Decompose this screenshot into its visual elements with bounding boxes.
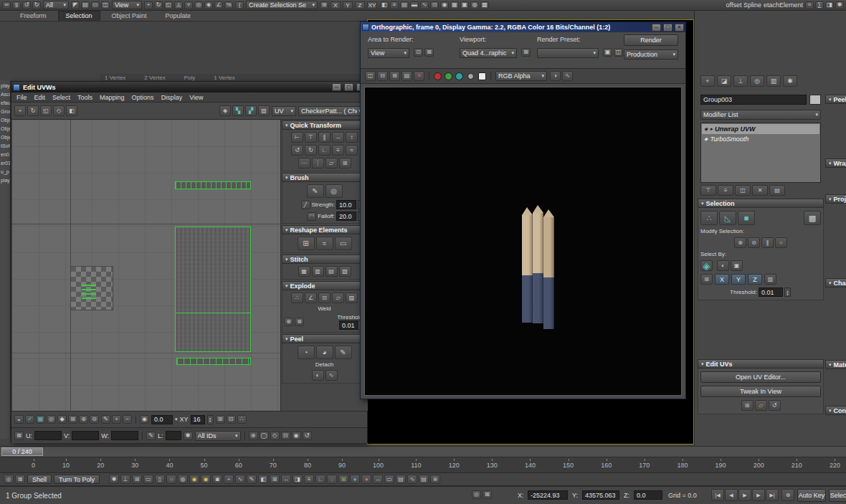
minimize-button[interactable]: ─ bbox=[652, 24, 661, 32]
scene-explorer-item[interactable]: Obje bbox=[0, 125, 10, 133]
add-icon[interactable]: + bbox=[112, 415, 121, 424]
rfw-titlebar[interactable]: Orthographic, frame 0, Display Gamma: 2.… bbox=[361, 22, 685, 32]
absolute-mode-icon[interactable]: ◉ bbox=[140, 415, 149, 424]
swatch-icon[interactable]: ▣ bbox=[603, 48, 612, 57]
pelt-map-icon[interactable]: ◐ bbox=[312, 370, 324, 381]
motion-mixer-icon[interactable]: ≋ bbox=[430, 475, 440, 484]
scene-explorer-item[interactable]: play bbox=[0, 176, 10, 185]
material-id-icon[interactable]: ▥ bbox=[764, 274, 776, 285]
light-icon[interactable]: ◉ bbox=[189, 475, 199, 484]
distribute-horizontal-icon[interactable]: ⋯ bbox=[298, 158, 310, 168]
turn-to-poly-button[interactable]: Turn To Poly bbox=[54, 475, 100, 484]
alpha-channel-button[interactable] bbox=[478, 72, 486, 80]
straighten-icon[interactable]: ≡ bbox=[332, 145, 344, 156]
measure-icon[interactable]: ↔ bbox=[373, 475, 383, 484]
group-uv-icon[interactable]: ⊞ bbox=[339, 158, 351, 168]
uv-island-small[interactable] bbox=[82, 283, 96, 299]
stitch-source-icon[interactable]: ▧ bbox=[339, 266, 351, 277]
uv-transform-icon[interactable]: ⊞ bbox=[741, 400, 754, 411]
menu-item[interactable]: View bbox=[189, 94, 203, 101]
rendered-frame-window-icon[interactable]: ▣ bbox=[460, 1, 469, 9]
red-channel-button[interactable] bbox=[434, 72, 442, 80]
relax-tool-icon[interactable]: ≈ bbox=[346, 145, 358, 156]
tab-selection[interactable]: Selection bbox=[58, 11, 100, 21]
play-icon[interactable]: ▶ bbox=[738, 489, 751, 501]
spinner[interactable]: ▴▾ bbox=[784, 287, 791, 297]
spinner[interactable]: ▴▾ bbox=[207, 415, 214, 424]
selection-filter-dropdown[interactable]: All ▾ bbox=[43, 1, 69, 9]
modify-icon[interactable]: ◪ bbox=[717, 75, 731, 87]
named-sets-icon[interactable]: ⊞ bbox=[320, 1, 328, 9]
rollout-channel-clipped[interactable]: ▾Chan bbox=[825, 278, 846, 287]
tab-populate[interactable]: Populate bbox=[158, 11, 199, 21]
pin-stack-icon[interactable]: ⊤ bbox=[700, 185, 716, 196]
falloff-space-icon[interactable]: ◆ bbox=[57, 415, 67, 424]
macro-icon[interactable]: ∑ bbox=[815, 1, 824, 9]
material-editor-icon[interactable]: ◉ bbox=[440, 1, 449, 9]
zoom-region-icon[interactable]: ⊡ bbox=[281, 432, 290, 440]
helper-icon[interactable]: + bbox=[224, 475, 234, 484]
layer-manager-icon[interactable]: ▤ bbox=[400, 1, 409, 9]
rotate-ccw-icon[interactable]: ↺ bbox=[291, 145, 303, 156]
scene-explorer-item[interactable]: Asce bbox=[0, 90, 10, 99]
render-preset-dropdown[interactable]: ▾ bbox=[537, 48, 599, 58]
edit-seams-icon[interactable]: ✎ bbox=[335, 346, 352, 359]
ring-selection-icon[interactable]: ∥ bbox=[761, 237, 774, 248]
maximize-button[interactable]: ▢ bbox=[344, 83, 353, 91]
uv-island-strip-bottom[interactable] bbox=[176, 358, 251, 365]
snap-vertex-icon[interactable]: ∴ bbox=[237, 415, 247, 424]
utilities-icon[interactable]: ✱ bbox=[783, 75, 797, 87]
selection-set-button[interactable]: Selec bbox=[829, 489, 846, 502]
menu-item[interactable]: Options bbox=[132, 94, 154, 101]
spacing-icon[interactable]: ↔ bbox=[281, 475, 291, 484]
loop-selection-icon[interactable]: ○ bbox=[775, 237, 787, 248]
snap-grid-icon[interactable]: ⊞ bbox=[216, 415, 225, 424]
weld-selected-icon[interactable]: ⊕ bbox=[284, 318, 293, 326]
grow-selection-icon[interactable]: ⊕ bbox=[734, 237, 746, 248]
axis-constraint-button[interactable]: XY bbox=[367, 1, 377, 9]
axis-constraint-button[interactable]: Z bbox=[355, 1, 365, 9]
save-image-icon[interactable]: ◫ bbox=[365, 71, 376, 81]
tab-object-paint[interactable]: Object Paint bbox=[105, 11, 154, 21]
show-end-result-icon[interactable]: ≡ bbox=[718, 185, 733, 196]
percent-snap-icon[interactable]: % bbox=[224, 1, 233, 9]
quick-planar-icon[interactable]: ▱ bbox=[755, 400, 767, 411]
pan-icon[interactable]: ◇ bbox=[270, 432, 280, 440]
selection-lock-toggle-icon[interactable]: ⊠ bbox=[483, 490, 492, 499]
array-icon[interactable]: ⊞ bbox=[270, 475, 280, 484]
align-icon[interactable]: ≡ bbox=[390, 1, 399, 9]
snapshot-icon[interactable]: ◨ bbox=[293, 475, 303, 484]
zoom-selected-icon[interactable]: ◉ bbox=[292, 432, 301, 440]
relax-brush-icon[interactable]: ◎ bbox=[325, 184, 343, 198]
remove-modifier-icon[interactable]: ✕ bbox=[752, 185, 768, 196]
rollout-header-quick-transform[interactable]: ▾Quick Transform bbox=[282, 120, 367, 130]
weld-target-icon[interactable]: ⊗ bbox=[295, 318, 304, 326]
tab-freeform[interactable]: Freeform bbox=[13, 11, 54, 21]
scale-uv-icon[interactable]: ◱ bbox=[40, 105, 52, 116]
snap-icon[interactable]: ◈ bbox=[219, 105, 231, 116]
teapot-icon[interactable]: ◍ bbox=[178, 475, 188, 484]
scene-explorer-item[interactable]: er01 bbox=[0, 159, 10, 168]
rollout-material-clipped[interactable]: ▾Mate bbox=[825, 360, 846, 369]
object-color-swatch[interactable] bbox=[809, 95, 821, 105]
color-correction-icon[interactable]: ◑ bbox=[550, 71, 561, 81]
falloff-field[interactable]: 20.0 bbox=[336, 211, 356, 221]
render-button[interactable]: Render bbox=[624, 34, 678, 46]
sun-icon[interactable]: ◉ bbox=[201, 475, 211, 484]
mirror-icon[interactable]: ◧ bbox=[380, 1, 389, 9]
rotate-icon[interactable]: ↻ bbox=[154, 1, 163, 9]
stitch-target-icon[interactable]: ▤ bbox=[325, 266, 338, 277]
axis-tripod-icon[interactable]: ⊥ bbox=[120, 475, 130, 484]
create-icon[interactable]: + bbox=[700, 75, 715, 87]
move-icon[interactable]: + bbox=[144, 1, 153, 9]
straighten-element-icon[interactable]: ▭ bbox=[335, 237, 352, 250]
graph-icon[interactable]: ∿ bbox=[407, 475, 417, 484]
menu-item[interactable]: Tools bbox=[77, 94, 92, 101]
distribute-vertical-icon[interactable]: ⋮ bbox=[312, 158, 324, 168]
rollout-peel-clipped[interactable]: ▾Peel bbox=[825, 95, 846, 104]
green-channel-button[interactable] bbox=[445, 72, 452, 80]
stitch-custom-icon[interactable]: ▦ bbox=[298, 266, 310, 277]
flatten-by-smoothing-icon[interactable]: ▨ bbox=[346, 293, 358, 303]
viewport-dropdown[interactable]: Quad 4...raphic ▾ bbox=[460, 48, 517, 58]
rollout-header-selection[interactable]: ▾Selection bbox=[698, 199, 824, 208]
